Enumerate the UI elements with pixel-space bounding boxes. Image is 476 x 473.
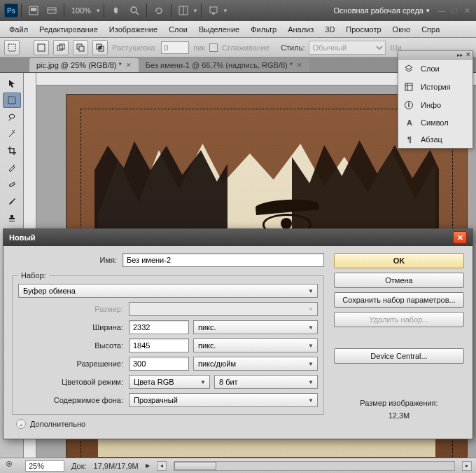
scroll-right-icon[interactable]: ▸ bbox=[462, 461, 472, 471]
current-tool-icon[interactable] bbox=[4, 40, 20, 55]
doc-tab-1[interactable]: pic.jpg @ 25% (RGB/8) * ✕ bbox=[29, 58, 139, 72]
menu-image[interactable]: Изображение bbox=[104, 23, 162, 36]
screen-mode-caret-icon[interactable]: ▼ bbox=[223, 8, 228, 14]
window-minimize-icon[interactable]: — bbox=[437, 6, 447, 15]
zoom-tool-icon[interactable] bbox=[127, 3, 142, 18]
bridge-icon[interactable] bbox=[26, 3, 41, 18]
arrange-caret-icon[interactable]: ▼ bbox=[192, 8, 198, 14]
bit-depth-select[interactable]: 8 бит▼ bbox=[214, 375, 318, 389]
panel-item-info-label: Инфо bbox=[421, 101, 441, 109]
tool-marquee-icon[interactable] bbox=[3, 92, 21, 108]
width-unit-select[interactable]: пикс.▼ bbox=[193, 320, 318, 334]
height-input[interactable] bbox=[129, 338, 189, 352]
tool-move-icon[interactable] bbox=[3, 76, 21, 91]
size-select: ▼ bbox=[129, 302, 318, 316]
doc-tab-1-close-icon[interactable]: ✕ bbox=[126, 62, 132, 69]
tool-brush-icon[interactable] bbox=[3, 193, 21, 209]
svg-point-4 bbox=[131, 7, 136, 13]
svg-line-5 bbox=[136, 12, 139, 15]
menu-view[interactable]: Просмотр bbox=[341, 23, 386, 36]
antialias-checkbox bbox=[209, 43, 218, 52]
background-select[interactable]: Прозрачный▼ bbox=[129, 393, 318, 407]
h-scrollbar-thumb[interactable] bbox=[174, 462, 216, 470]
hand-tool-icon[interactable] bbox=[108, 3, 124, 18]
panels-flyout: ▸▸ ✕ Слои История i Инфо A Символ ¶ Абза… bbox=[398, 50, 473, 149]
mini-bridge-icon[interactable] bbox=[44, 3, 59, 18]
width-input[interactable] bbox=[129, 320, 189, 334]
h-scrollbar[interactable] bbox=[174, 461, 455, 471]
tool-stamp-icon[interactable] bbox=[3, 210, 21, 226]
name-input[interactable] bbox=[122, 253, 324, 267]
new-document-dialog: Новый ✕ Имя: Набор: Буфер обмена▼ Размер… bbox=[3, 228, 473, 439]
advanced-toggle[interactable]: ⌄ Дополнительно bbox=[12, 419, 324, 429]
app-zoom-value[interactable]: 100% bbox=[71, 6, 91, 15]
tool-wand-icon[interactable] bbox=[3, 126, 21, 142]
preset-label: Набор: bbox=[18, 271, 49, 280]
doc-tab-2[interactable]: Без имени-1 @ 66,7% (надпись, RGB/8) * ✕ bbox=[139, 58, 309, 72]
style-select[interactable]: Обычный bbox=[309, 41, 386, 55]
app-zoom-caret-icon[interactable]: ▼ bbox=[95, 8, 101, 14]
menu-layers[interactable]: Слои bbox=[164, 23, 192, 36]
workspace-switcher[interactable]: Основная рабочая среда ▾ bbox=[333, 6, 430, 15]
menu-analysis[interactable]: Анализ bbox=[283, 23, 318, 36]
panels-collapse-icon[interactable]: ▸▸ bbox=[457, 52, 463, 58]
app-logo-icon[interactable]: Ps bbox=[4, 4, 18, 18]
device-central-button[interactable]: Device Central... bbox=[334, 348, 464, 364]
rotate-view-icon[interactable] bbox=[151, 3, 167, 18]
status-doc-label: Док: bbox=[71, 462, 87, 470]
menu-file[interactable]: Файл bbox=[4, 23, 33, 36]
dialog-titlebar[interactable]: Новый ✕ bbox=[4, 229, 472, 246]
chevron-down-icon: ▼ bbox=[308, 343, 314, 349]
history-icon bbox=[404, 82, 415, 92]
menu-3d[interactable]: 3D bbox=[320, 23, 340, 36]
scroll-left-icon[interactable]: ◂ bbox=[157, 461, 167, 471]
status-info-caret-icon[interactable]: ▶ bbox=[146, 462, 150, 469]
menu-select[interactable]: Выделение bbox=[194, 23, 244, 36]
menu-help[interactable]: Спра bbox=[416, 23, 444, 36]
tool-crop-icon[interactable] bbox=[3, 143, 21, 158]
preset-fieldset: Набор: Буфер обмена▼ Размер: ▼ Ширина: п… bbox=[12, 271, 324, 415]
resolution-label: Разрешение: bbox=[18, 359, 125, 368]
screen-mode-icon[interactable] bbox=[206, 3, 221, 18]
dialog-close-button[interactable]: ✕ bbox=[453, 231, 467, 244]
height-label: Высота: bbox=[18, 341, 125, 350]
feather-label: Растушевка: bbox=[112, 43, 157, 52]
panel-item-history[interactable]: История bbox=[398, 78, 472, 96]
window-close-icon[interactable]: ✕ bbox=[462, 6, 472, 15]
doc-tab-2-close-icon[interactable]: ✕ bbox=[297, 62, 302, 69]
panel-item-layers[interactable]: Слои bbox=[398, 60, 472, 78]
color-mode-select[interactable]: Цвета RGB▼ bbox=[129, 375, 210, 389]
panels-flyout-header[interactable]: ▸▸ ✕ bbox=[398, 51, 472, 60]
sel-mode-sub-icon[interactable] bbox=[73, 40, 88, 55]
ok-button[interactable]: OK bbox=[334, 253, 464, 268]
resolution-unit-select[interactable]: пикс/дюйм▼ bbox=[193, 357, 318, 371]
tool-eyedropper-icon[interactable] bbox=[3, 160, 21, 175]
status-icon[interactable] bbox=[4, 460, 18, 472]
menu-filter[interactable]: Фильтр bbox=[246, 23, 281, 36]
panel-item-character[interactable]: A Символ bbox=[398, 114, 472, 131]
status-zoom-input[interactable]: 25% bbox=[25, 460, 64, 472]
panels-close-icon[interactable]: ✕ bbox=[465, 51, 471, 58]
arrange-docs-icon[interactable] bbox=[176, 3, 191, 18]
tool-lasso-icon[interactable] bbox=[3, 109, 21, 125]
panel-item-paragraph[interactable]: ¶ Абзац bbox=[398, 131, 472, 148]
status-doc-value: 17,9M/17,9M bbox=[94, 462, 139, 470]
svg-rect-21 bbox=[405, 83, 412, 90]
menu-window[interactable]: Окно bbox=[388, 23, 416, 36]
height-unit-select[interactable]: пикс.▼ bbox=[193, 338, 318, 352]
sel-mode-new-icon[interactable] bbox=[34, 40, 49, 55]
tool-healing-icon[interactable] bbox=[3, 177, 21, 192]
doc-tab-1-label: pic.jpg @ 25% (RGB/8) * bbox=[36, 61, 122, 69]
resolution-input[interactable] bbox=[129, 357, 189, 371]
chevron-down-icon: ▼ bbox=[308, 361, 314, 367]
save-preset-button[interactable]: Сохранить набор параметров... bbox=[334, 292, 464, 308]
antialias-label: Сглаживание bbox=[222, 43, 270, 52]
panel-item-info[interactable]: i Инфо bbox=[398, 96, 472, 114]
sel-mode-intersect-icon[interactable] bbox=[92, 40, 108, 55]
preset-select[interactable]: Буфер обмена▼ bbox=[18, 284, 318, 298]
sel-mode-add-icon[interactable] bbox=[53, 40, 69, 55]
window-maximize-icon[interactable]: □ bbox=[449, 6, 459, 15]
background-label: Содержимое фона: bbox=[18, 396, 125, 404]
cancel-button[interactable]: Отмена bbox=[334, 273, 464, 288]
menu-edit[interactable]: Редактирование bbox=[34, 23, 103, 36]
